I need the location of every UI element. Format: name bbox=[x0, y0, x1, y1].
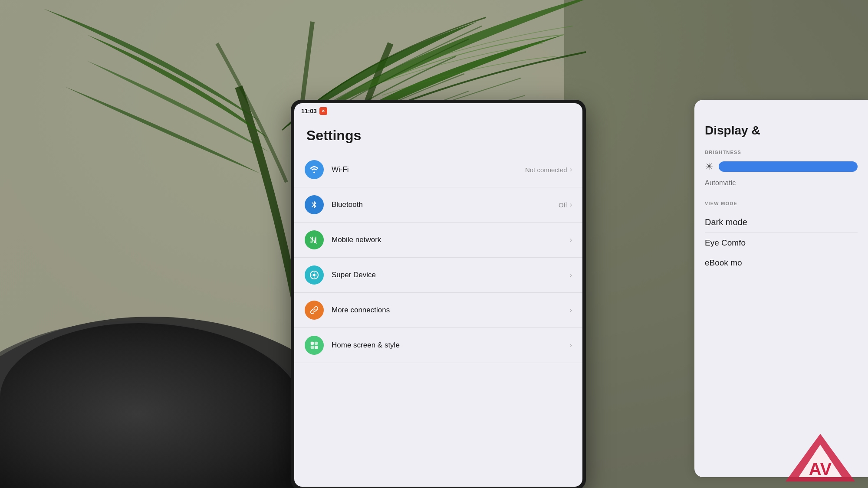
automatic-text: Automatic bbox=[705, 179, 858, 187]
right-panel-inner: Display & BRIGHTNESS ☀ Automatic VIEW MO… bbox=[694, 100, 868, 283]
bluetooth-value: Off bbox=[559, 201, 567, 209]
home-screen-chevron: › bbox=[570, 341, 572, 349]
tablet-device: 11:03 ✕ Settings bbox=[291, 100, 586, 488]
brightness-icon: ☀ bbox=[705, 161, 713, 172]
settings-list: Wi-Fi Not connected › Bluetooth Off bbox=[294, 152, 582, 363]
more-connections-chevron: › bbox=[570, 306, 572, 314]
right-display-panel: Display & BRIGHTNESS ☀ Automatic VIEW MO… bbox=[694, 100, 868, 477]
view-mode-section-label: VIEW MODE bbox=[705, 201, 858, 206]
super-device-label: Super Device bbox=[332, 271, 567, 279]
eye-comfort-text: Eye Comfo bbox=[705, 238, 746, 247]
svg-rect-8 bbox=[315, 342, 318, 345]
tablet-screen: 11:03 ✕ Settings bbox=[294, 103, 582, 487]
svg-rect-9 bbox=[311, 346, 314, 349]
svg-rect-7 bbox=[311, 342, 314, 345]
notification-symbol: ✕ bbox=[322, 109, 325, 113]
dark-mode-text: Dark mode bbox=[705, 217, 747, 227]
brightness-row: ☀ bbox=[705, 161, 858, 172]
super-device-icon-bg bbox=[305, 265, 324, 285]
svg-text:AV: AV bbox=[809, 459, 832, 478]
settings-item-wifi[interactable]: Wi-Fi Not connected › bbox=[294, 152, 582, 187]
settings-item-more-connections[interactable]: More connections › bbox=[294, 293, 582, 328]
mobile-network-icon bbox=[309, 235, 319, 245]
bluetooth-label: Bluetooth bbox=[332, 200, 559, 209]
brightness-slider[interactable] bbox=[719, 161, 858, 172]
settings-item-home-screen[interactable]: Home screen & style › bbox=[294, 328, 582, 363]
more-connections-label: More connections bbox=[332, 306, 567, 314]
wifi-icon-bg bbox=[305, 160, 324, 179]
wifi-label: Wi-Fi bbox=[332, 165, 525, 174]
settings-item-mobile-network[interactable]: Mobile network › bbox=[294, 223, 582, 258]
eye-comfort-item[interactable]: Eye Comfo bbox=[705, 233, 858, 253]
more-connections-icon-bg bbox=[305, 301, 324, 320]
status-bar: 11:03 ✕ bbox=[294, 103, 582, 119]
bluetooth-icon bbox=[310, 200, 319, 210]
wifi-icon bbox=[309, 165, 319, 174]
dark-mode-item[interactable]: Dark mode bbox=[705, 212, 858, 233]
more-connections-icon bbox=[309, 305, 319, 315]
mobile-network-chevron: › bbox=[570, 236, 572, 244]
mobile-network-label: Mobile network bbox=[332, 236, 567, 244]
super-device-chevron: › bbox=[570, 271, 572, 279]
bluetooth-chevron: › bbox=[570, 201, 572, 209]
home-screen-label: Home screen & style bbox=[332, 341, 567, 350]
ebook-mode-item[interactable]: eBook mo bbox=[705, 253, 858, 273]
bluetooth-icon-bg bbox=[305, 195, 324, 214]
wifi-value: Not connected bbox=[525, 166, 567, 174]
av-logo-svg: AV bbox=[777, 429, 864, 486]
tablet-frame: 11:03 ✕ Settings bbox=[291, 100, 586, 488]
svg-point-4 bbox=[313, 172, 315, 174]
mobile-network-icon-bg bbox=[305, 230, 324, 249]
home-screen-icon-bg bbox=[305, 336, 324, 355]
home-screen-icon bbox=[309, 341, 319, 350]
brightness-section-label: BRIGHTNESS bbox=[705, 150, 858, 155]
settings-item-super-device[interactable]: Super Device › bbox=[294, 258, 582, 293]
settings-item-bluetooth[interactable]: Bluetooth Off › bbox=[294, 187, 582, 223]
status-time: 11:03 bbox=[301, 108, 317, 115]
notification-icon: ✕ bbox=[319, 107, 327, 115]
super-device-icon bbox=[309, 270, 319, 280]
av-logo: AV bbox=[773, 427, 868, 488]
wifi-chevron: › bbox=[570, 166, 572, 174]
display-title: Display & bbox=[705, 124, 858, 138]
ebook-mode-text: eBook mo bbox=[705, 258, 742, 267]
settings-title: Settings bbox=[294, 122, 582, 152]
settings-panel: Settings Wi-Fi Not bbox=[294, 119, 582, 367]
svg-rect-10 bbox=[315, 346, 318, 349]
